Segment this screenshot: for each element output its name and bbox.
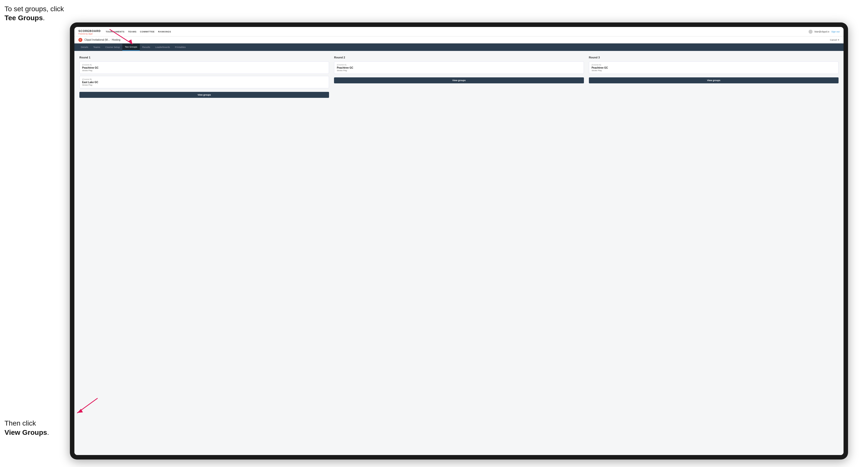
round-3-column: Round 3 (Course A) Peachtree GC Stroke P… (589, 56, 839, 98)
tab-details[interactable]: Details (79, 44, 91, 51)
round-2-course-a-name: Peachtree GC (337, 66, 581, 69)
nav-rankings[interactable]: RANKINGS (158, 30, 171, 33)
tab-tee-groups[interactable]: Tee Groups (122, 44, 140, 51)
user-email: blair@clippd.io (814, 30, 829, 33)
round-1-course-b-card: (Course B) East Lake GC Stroke Play (80, 76, 329, 88)
user-avatar (809, 30, 813, 34)
instruction-bottom: Then click View Groups. (4, 419, 49, 437)
round-3-course-a-format: Stroke Play (592, 69, 836, 72)
round-2-column: Round 2 (Course A) Peachtree GC Stroke P… (334, 56, 584, 98)
instruction-top: To set groups, click Tee Groups. (4, 4, 64, 23)
cancel-button[interactable]: Cancel ✕ (830, 39, 840, 41)
top-nav: SCOREBOARD Powered by clippit TOURNAMENT… (74, 27, 843, 36)
round-3-course-a-label: (Course A) (592, 64, 836, 66)
nav-tournaments[interactable]: TOURNAMENTS (105, 30, 124, 33)
tournament-bar: C Clippd Invitational (M... · Hosting Ca… (74, 36, 843, 43)
round-1-course-b-label: (Course B) (82, 78, 326, 81)
round-3-course-a-name: Peachtree GC (592, 66, 836, 69)
round-1-view-groups-button[interactable]: View groups (80, 92, 329, 98)
nav-teams[interactable]: TEAMS (128, 30, 136, 33)
round-2-course-a-format: Stroke Play (337, 69, 581, 72)
round-1-course-a-card: (Course A) Peachtree GC Stroke Play (80, 61, 329, 74)
round-1-course-a-format: Stroke Play (82, 69, 326, 72)
tablet-frame: SCOREBOARD Powered by clippit TOURNAMENT… (70, 23, 848, 460)
logo-area: SCOREBOARD Powered by clippit (79, 28, 101, 35)
round-3-label: Round 3 (589, 56, 839, 59)
round-2-course-a-label: (Course A) (337, 64, 581, 66)
round-3-view-groups-button[interactable]: View groups (589, 77, 839, 83)
round-1-course-b-name: East Lake GC (82, 81, 326, 84)
top-nav-links: TOURNAMENTS TEAMS COMMITTEE RANKINGS (105, 30, 808, 33)
round-2-label: Round 2 (334, 56, 584, 59)
top-nav-right: blair@clippd.io Sign out (809, 30, 840, 34)
logo-sub: Powered by clippit (79, 33, 101, 35)
tab-nav: Details Teams Course Setup Tee Groups Re… (74, 43, 843, 51)
sign-out-link[interactable]: Sign out (831, 30, 840, 33)
main-content: Round 1 (Course A) Peachtree GC Stroke P… (74, 51, 843, 455)
tab-leaderboards[interactable]: Leaderboards (153, 44, 173, 51)
tab-results[interactable]: Results (140, 44, 153, 51)
round-2-view-groups-button[interactable]: View groups (334, 77, 584, 83)
tablet-screen: SCOREBOARD Powered by clippit TOURNAMENT… (74, 27, 843, 455)
round-1-column: Round 1 (Course A) Peachtree GC Stroke P… (80, 56, 329, 98)
logo-text: SCOREBOARD (79, 29, 101, 32)
tournament-name: Clippd Invitational (M... · Hosting (84, 38, 830, 41)
round-3-course-a-card: (Course A) Peachtree GC Stroke Play (589, 61, 839, 74)
round-1-course-a-label: (Course A) (82, 64, 326, 66)
round-1-course-a-name: Peachtree GC (82, 66, 326, 69)
rounds-grid: Round 1 (Course A) Peachtree GC Stroke P… (80, 56, 839, 98)
tournament-logo: C (79, 38, 82, 42)
tab-teams[interactable]: Teams (91, 44, 103, 51)
round-2-course-a-card: (Course A) Peachtree GC Stroke Play (334, 61, 584, 74)
tab-printables[interactable]: Printables (173, 44, 188, 51)
round-1-course-b-format: Stroke Play (82, 84, 326, 86)
round-1-label: Round 1 (80, 56, 329, 59)
tab-course-setup[interactable]: Course Setup (103, 44, 123, 51)
nav-committee[interactable]: COMMITTEE (140, 30, 155, 33)
